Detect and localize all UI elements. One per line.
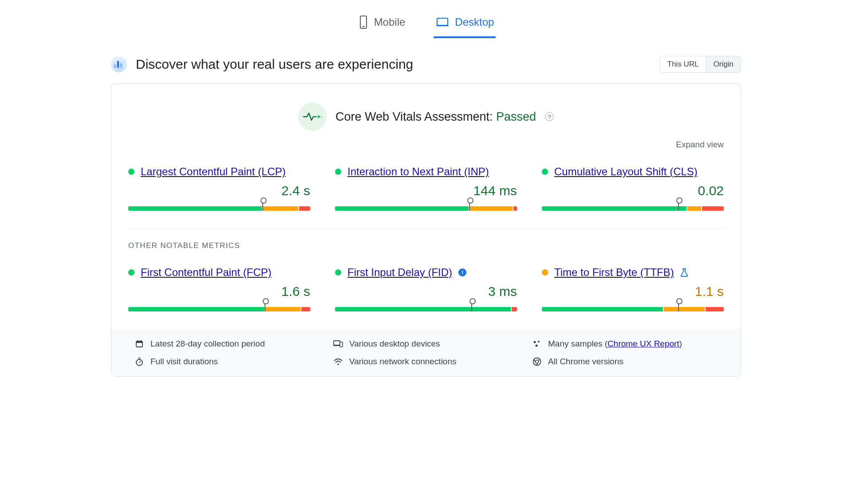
tab-desktop[interactable]: Desktop: [434, 11, 496, 37]
status-dot: [542, 169, 548, 175]
assessment-text: Core Web Vitals Assessment: Passed: [335, 110, 536, 124]
svg-rect-1: [362, 26, 365, 27]
chrome-icon: [532, 357, 542, 366]
svg-rect-10: [141, 340, 142, 342]
assessment-status: Passed: [496, 110, 536, 123]
svg-point-15: [538, 341, 540, 343]
status-dot: [128, 269, 134, 276]
metric-value: 2.4 s: [128, 183, 310, 198]
metric-value: 1.1 s: [542, 284, 724, 299]
distribution-bar: [335, 206, 517, 211]
toggle-this-url[interactable]: This URL: [660, 56, 706, 72]
info-chrome-text: All Chrome versions: [548, 357, 623, 366]
distribution-bar: [335, 307, 517, 311]
mobile-icon: [358, 15, 369, 29]
metric-value: 3 ms: [335, 284, 517, 299]
metric-value: 0.02: [542, 183, 724, 198]
info-period-text: Latest 28-day collection period: [150, 339, 265, 349]
core-metrics-grid: Largest Contentful Paint (LCP)2.4 sInter…: [128, 165, 724, 211]
info-icon[interactable]: i: [458, 268, 466, 276]
tab-mobile[interactable]: Mobile: [356, 11, 407, 37]
percentile-marker: [678, 301, 679, 311]
svg-point-4: [317, 115, 320, 118]
desktop-icon: [435, 16, 450, 28]
distribution-bar: [128, 307, 310, 311]
metric-value: 144 ms: [335, 183, 517, 198]
info-durations-text: Full visit durations: [150, 357, 218, 366]
percentile-marker: [264, 301, 265, 311]
scatter-icon: [532, 339, 542, 349]
flask-icon: [680, 268, 688, 277]
page-title: Discover what your real users are experi…: [136, 57, 413, 72]
assessment-label: Core Web Vitals Assessment:: [335, 110, 496, 123]
svg-rect-2: [437, 18, 448, 25]
metric-name-link[interactable]: First Input Delay (FID): [347, 266, 452, 279]
info-footer: Latest 28-day collection period Various …: [111, 329, 741, 376]
percentile-marker: [262, 200, 263, 211]
info-durations: Full visit durations: [134, 357, 320, 366]
svg-rect-3: [436, 25, 449, 26]
status-dot: [335, 269, 341, 276]
metric-value: 1.6 s: [128, 284, 310, 299]
svg-point-16: [536, 345, 538, 347]
svg-point-5: [320, 116, 322, 118]
other-metrics-grid: First Contentful Paint (FCP)1.6 sFirst I…: [128, 266, 724, 311]
metric-other-1: First Input Delay (FID)i3 ms: [335, 266, 517, 311]
metric-name-link[interactable]: First Contentful Paint (FCP): [141, 266, 272, 279]
info-devices-text: Various desktop devices: [349, 339, 440, 349]
help-icon[interactable]: ?: [545, 112, 554, 121]
metric-name-link[interactable]: Interaction to Next Paint (INP): [347, 165, 489, 178]
scope-toggle: This URL Origin: [660, 56, 741, 73]
stopwatch-icon: [134, 357, 144, 366]
svg-rect-9: [137, 340, 138, 342]
info-chrome: All Chrome versions: [532, 357, 718, 366]
metric-name-link[interactable]: Largest Contentful Paint (LCP): [141, 165, 286, 178]
info-network-text: Various network connections: [349, 357, 457, 366]
metric-core-2: Cumulative Layout Shift (CLS)0.02: [542, 165, 724, 211]
info-samples: Many samples (Chrome UX Report): [532, 339, 718, 349]
chart-icon: [111, 56, 127, 72]
device-tabs: Mobile Desktop: [111, 4, 741, 37]
distribution-bar: [542, 307, 724, 311]
metric-name-link[interactable]: Time to First Byte (TTFB): [554, 266, 674, 279]
metric-other-0: First Contentful Paint (FCP)1.6 s: [128, 266, 310, 311]
tab-desktop-label: Desktop: [455, 16, 494, 28]
metric-other-2: Time to First Byte (TTFB)1.1 s: [542, 266, 724, 311]
svg-point-14: [534, 341, 536, 343]
percentile-marker: [469, 200, 470, 211]
pulse-icon: [298, 102, 327, 131]
status-dot: [542, 269, 548, 276]
metric-name-link[interactable]: Cumulative Layout Shift (CLS): [554, 165, 698, 178]
header-row: Discover what your real users are experi…: [111, 56, 741, 73]
distribution-bar: [128, 206, 310, 211]
percentile-marker: [471, 301, 472, 311]
percentile-marker: [678, 200, 679, 211]
metric-core-0: Largest Contentful Paint (LCP)2.4 s: [128, 165, 310, 211]
info-devices: Various desktop devices: [333, 339, 519, 349]
svg-rect-13: [340, 342, 343, 347]
devices-icon: [333, 339, 343, 349]
svg-rect-12: [333, 345, 340, 346]
svg-rect-18: [138, 358, 140, 358]
chrome-ux-report-link[interactable]: Chrome UX Report: [607, 339, 679, 348]
info-period: Latest 28-day collection period: [134, 339, 320, 349]
assessment-row: Core Web Vitals Assessment: Passed ?: [128, 102, 724, 131]
info-network: Various network connections: [333, 357, 519, 366]
other-metrics-label: OTHER NOTABLE METRICS: [128, 241, 724, 250]
metric-core-1: Interaction to Next Paint (INP)144 ms: [335, 165, 517, 211]
expand-view-link[interactable]: Expand view: [128, 140, 724, 150]
toggle-origin[interactable]: Origin: [706, 56, 741, 72]
status-dot: [335, 169, 341, 175]
tab-mobile-label: Mobile: [374, 16, 406, 28]
status-dot: [128, 169, 134, 175]
section-divider: [128, 228, 724, 229]
distribution-bar: [542, 206, 724, 211]
field-data-card: Core Web Vitals Assessment: Passed ? Exp…: [111, 83, 741, 377]
calendar-icon: [134, 339, 144, 349]
wifi-icon: [333, 357, 343, 366]
svg-rect-11: [334, 341, 340, 345]
svg-line-19: [139, 361, 141, 362]
svg-point-20: [337, 363, 339, 365]
info-samples-text: Many samples (Chrome UX Report): [548, 339, 682, 349]
